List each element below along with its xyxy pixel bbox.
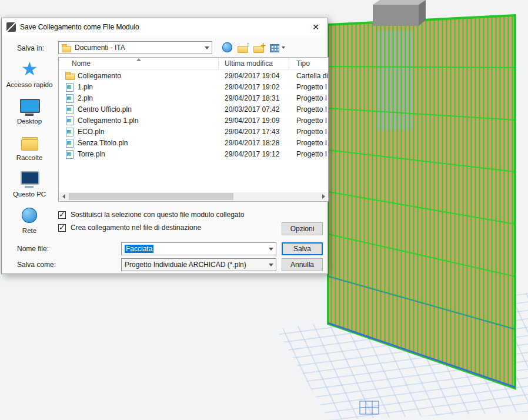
file-type: Progetto I xyxy=(289,83,328,91)
save-button[interactable]: Salva xyxy=(282,242,323,255)
file-row[interactable]: Collegamento 29/04/2017 19:04 Cartella d… xyxy=(59,70,328,81)
dialog-toolbar xyxy=(220,41,287,55)
file-name: Centro Ufficio.pln xyxy=(78,105,219,114)
save-as-type-value: Progetto Individuale ARCHICAD (*.pln) xyxy=(125,261,246,269)
file-name: Torre.pln xyxy=(78,150,219,158)
file-row[interactable]: Torre.pln 29/04/2017 19:12 Progetto I xyxy=(59,148,328,159)
file-name: 2.pln xyxy=(78,94,219,102)
archicad-app-icon xyxy=(6,22,16,32)
save-module-dialog: Save Collegamento come File Modulo ✕ Sal… xyxy=(1,18,328,274)
sidebar-label: Accesso rapido xyxy=(2,81,57,88)
sidebar-label: Rete xyxy=(2,227,57,234)
file-type-icon xyxy=(65,127,75,136)
sidebar-icon xyxy=(18,59,41,81)
file-type-icon xyxy=(65,138,75,148)
file-row[interactable]: 2.pln 29/04/2017 18:31 Progetto I xyxy=(59,92,328,104)
sidebar-icon xyxy=(18,205,41,226)
file-row[interactable]: Senza Titolo.pln 29/04/2017 18:28 Proget… xyxy=(59,137,328,148)
checkbox[interactable] xyxy=(58,211,66,219)
file-type: Progetto I xyxy=(289,105,328,114)
up-one-level-icon[interactable] xyxy=(236,41,250,55)
file-type: Progetto I xyxy=(289,150,328,158)
options-button[interactable]: Opzioni xyxy=(282,222,323,235)
save-in-value: Documenti - ITA xyxy=(75,44,125,52)
cancel-button[interactable]: Annulla xyxy=(282,258,323,271)
file-row[interactable]: Centro Ufficio.pln 20/03/2017 07:42 Prog… xyxy=(59,104,328,115)
sidebar-item[interactable]: Raccolte xyxy=(2,130,57,166)
save-as-type-combo[interactable]: Progetto Individuale ARCHICAD (*.pln) xyxy=(121,258,276,271)
create-new-folder-icon[interactable] xyxy=(252,41,266,55)
sort-asc-icon xyxy=(136,58,141,61)
file-type: Progetto I xyxy=(289,139,328,147)
save-as-type-dropdown[interactable] xyxy=(266,259,276,271)
column-header-tipo[interactable]: Tipo xyxy=(289,58,328,69)
option-row[interactable]: Sostituisci la selezione con questo file… xyxy=(58,211,245,219)
sidebar-icon xyxy=(18,96,41,117)
file-modified: 29/04/2017 18:31 xyxy=(219,94,289,102)
dialog-titlebar[interactable]: Save Collegamento come File Modulo ✕ xyxy=(2,18,328,36)
chevron-down-icon xyxy=(269,264,273,266)
sidebar-icon xyxy=(18,132,41,154)
file-row[interactable]: ECO.pln 29/04/2017 17:43 Progetto I xyxy=(59,126,328,137)
module-options: Sostituisci la selezione con questo file… xyxy=(58,211,245,236)
places-sidebar: Accesso rapido Desktop Raccolte Questo P… xyxy=(2,57,57,239)
checkbox-label: Crea collegamento nel file di destinazio… xyxy=(71,224,201,232)
file-name: Senza Titolo.pln xyxy=(78,139,219,147)
folder-icon xyxy=(62,44,71,52)
column-header-ultima-modifica[interactable]: Ultima modifica xyxy=(219,58,289,69)
file-name: Collegamento 1.pln xyxy=(78,116,219,125)
checkbox-label: Sostituisci la selezione con questo file… xyxy=(71,211,245,219)
checkbox[interactable] xyxy=(58,224,66,232)
chevron-down-icon xyxy=(205,46,209,49)
file-name-dropdown[interactable] xyxy=(266,243,276,255)
file-type-icon xyxy=(65,105,75,114)
scroll-right-icon[interactable] xyxy=(319,192,328,201)
selected-building-module xyxy=(328,15,515,388)
file-modified: 29/04/2017 19:04 xyxy=(219,72,289,80)
sidebar-item[interactable]: Rete xyxy=(2,203,57,239)
file-type-icon xyxy=(65,82,75,92)
file-row[interactable]: Collegamento 1.pln 29/04/2017 19:09 Prog… xyxy=(59,115,328,126)
sidebar-item[interactable]: Accesso rapido xyxy=(2,57,57,94)
file-name: Collegamento xyxy=(78,72,219,80)
sidebar-label: Questo PC xyxy=(2,191,57,198)
file-type: Cartella di xyxy=(289,72,328,80)
scroll-left-icon[interactable] xyxy=(59,192,68,201)
view-menu-icon[interactable] xyxy=(268,41,287,55)
sidebar-item[interactable]: Desktop xyxy=(2,94,57,130)
file-type: Progetto I xyxy=(289,94,328,102)
save-in-combo[interactable]: Documenti - ITA xyxy=(58,41,212,54)
close-icon[interactable]: ✕ xyxy=(310,21,322,33)
file-browser: Nome Ultima modifica Tipo Collegamento 2… xyxy=(58,57,329,202)
file-name-input[interactable]: Facciata xyxy=(125,245,153,253)
file-type: Progetto I xyxy=(289,128,328,136)
list-header: Nome Ultima modifica Tipo xyxy=(59,58,328,70)
file-modified: 29/04/2017 19:02 xyxy=(219,83,289,91)
file-row[interactable]: 1.pln 29/04/2017 19:02 Progetto I xyxy=(59,81,328,92)
file-type-icon xyxy=(65,94,75,103)
option-row[interactable]: Crea collegamento nel file di destinazio… xyxy=(58,224,245,232)
save-as-type-label: Salva come: xyxy=(17,261,56,269)
file-name: ECO.pln xyxy=(78,128,219,136)
file-name: 1.pln xyxy=(78,83,219,91)
sidebar-icon xyxy=(18,169,41,190)
go-to-last-folder-icon[interactable] xyxy=(220,41,235,55)
sidebar-item[interactable]: Questo PC xyxy=(2,166,57,203)
sidebar-label: Desktop xyxy=(2,118,57,125)
file-type: Progetto I xyxy=(289,116,328,125)
file-modified: 29/04/2017 18:28 xyxy=(219,139,289,147)
horizontal-scrollbar[interactable] xyxy=(59,192,328,201)
save-in-label: Salva in: xyxy=(17,44,44,52)
rooftop-core xyxy=(373,0,426,26)
file-modified: 29/04/2017 17:43 xyxy=(219,128,289,136)
file-type-icon xyxy=(65,116,75,125)
dialog-title: Save Collegamento come File Modulo xyxy=(20,23,310,31)
file-modified: 20/03/2017 07:42 xyxy=(219,105,289,114)
save-in-dropdown[interactable] xyxy=(202,42,212,54)
file-modified: 29/04/2017 19:09 xyxy=(219,116,289,125)
file-name-label: Nome file: xyxy=(17,245,49,253)
scrollbar-thumb[interactable] xyxy=(69,193,233,200)
file-modified: 29/04/2017 19:12 xyxy=(219,150,289,158)
file-name-combo[interactable]: Facciata xyxy=(121,242,276,255)
sidebar-label: Raccolte xyxy=(2,154,57,161)
